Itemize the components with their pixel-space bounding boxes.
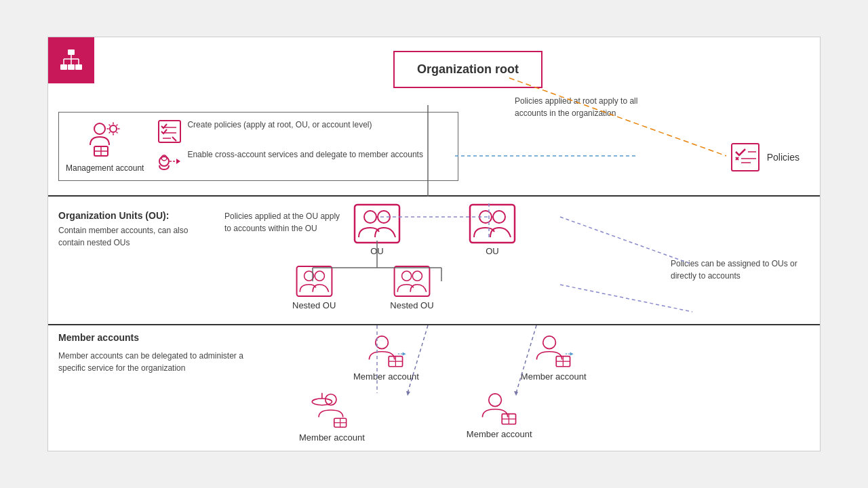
ou-note: Policies applied at the OU apply to acco… (224, 210, 347, 235)
svg-marker-55 (403, 352, 406, 356)
ou-label-block: Organization Units (OU): Contain member … (58, 210, 214, 249)
svg-point-56 (543, 336, 556, 349)
ou-item-1: OU (353, 203, 401, 256)
action-text-2: Enable cross-account services and delega… (187, 149, 423, 161)
svg-point-19 (159, 157, 169, 166)
ou-label-2: OU (486, 246, 499, 256)
svg-marker-60 (570, 352, 574, 356)
member-accounts-row-1: Member account Member account (353, 332, 587, 382)
nested-ou-label-1: Nested OU (292, 300, 336, 310)
member-label-2: Member account (521, 371, 587, 382)
section-root: Organization root Management acc (48, 37, 820, 197)
nested-ou-label-2: Nested OU (390, 300, 433, 310)
org-root-title: Organization root (417, 62, 519, 76)
ou-icon-2 (469, 203, 516, 244)
svg-point-32 (364, 211, 376, 223)
svg-point-41 (402, 271, 412, 281)
member-item-1: Member account (353, 332, 419, 382)
policies-label: Policies (767, 152, 800, 163)
policies-note-ou: Policies can be assigned to OUs or direc… (671, 258, 806, 282)
app-icon-box (48, 37, 94, 83)
svg-line-18 (172, 137, 176, 141)
nested-ou-icon-2 (393, 264, 431, 298)
management-label: Management account (66, 163, 144, 173)
svg-point-61 (312, 399, 332, 405)
svg-point-10 (110, 125, 117, 132)
svg-rect-1 (60, 64, 67, 70)
user-gear-icon (85, 119, 125, 157)
member-accounts-row-2: Member account Member account (299, 390, 532, 443)
member-item-3: Member account (299, 390, 365, 443)
svg-line-50 (560, 285, 692, 312)
ou-icon-1 (353, 203, 401, 244)
nested-ou-icon-1 (296, 264, 333, 298)
svg-rect-2 (68, 64, 75, 70)
member-icon-1 (366, 332, 406, 369)
member-icon-4 (479, 390, 519, 427)
svg-point-9 (94, 123, 105, 134)
ou-item-2: OU (469, 203, 516, 256)
ou-label-1: OU (370, 246, 384, 256)
member-section-desc: Member accounts can be delegated to admi… (58, 350, 248, 374)
ou-icons-row: OU OU (353, 203, 516, 256)
svg-point-42 (412, 271, 422, 281)
ou-section-title: Organization Units (OU): (58, 210, 214, 221)
svg-point-38 (304, 271, 313, 281)
root-note: Policies applied at root apply to all ac… (515, 95, 650, 119)
svg-rect-0 (68, 49, 75, 55)
nested-ou-row: Nested OU Nested OU (292, 264, 434, 310)
nested-ou-item-2: Nested OU (390, 264, 433, 310)
svg-point-35 (479, 211, 492, 223)
member-label-1: Member account (353, 371, 419, 382)
member-label-4: Member account (467, 429, 532, 439)
policies-box-root: Policies (730, 142, 800, 172)
org-root-box: Organization root (393, 51, 542, 88)
action-row-1: Create policies (apply at root, OU, or a… (157, 119, 423, 144)
management-account-box: Management account Create policies (appl… (58, 112, 458, 181)
svg-point-33 (378, 211, 390, 223)
mgmt-icons: Management account (66, 119, 144, 173)
checklist-icon-1 (157, 119, 182, 144)
action-text-1: Create policies (apply at root, OU, or a… (187, 119, 372, 131)
section-members: Member accounts Member accounts can be d… (48, 325, 820, 451)
svg-point-36 (493, 211, 505, 223)
member-icon-2 (533, 332, 574, 369)
member-item-2: Member account (521, 332, 587, 382)
svg-rect-31 (355, 205, 399, 243)
svg-marker-21 (176, 159, 180, 164)
section-ou: Organization Units (OU): Contain member … (48, 197, 820, 325)
main-container: Organization root Management acc (47, 37, 821, 451)
member-label-3: Member account (299, 432, 365, 443)
nested-ou-item-1: Nested OU (292, 264, 336, 310)
svg-rect-3 (75, 64, 82, 70)
svg-rect-34 (470, 205, 515, 243)
svg-point-39 (315, 271, 324, 281)
ou-section-desc: Contain member accounts, can also contai… (58, 224, 214, 249)
svg-point-51 (376, 336, 389, 349)
cross-account-icon (157, 149, 182, 174)
svg-rect-40 (395, 266, 430, 296)
mgmt-actions: Create policies (apply at root, OU, or a… (157, 119, 423, 174)
svg-point-66 (489, 394, 502, 407)
policies-checklist-icon (730, 142, 760, 172)
member-item-4: Member account (467, 390, 532, 443)
svg-rect-37 (296, 266, 332, 296)
action-row-2: Enable cross-account services and delega… (157, 149, 423, 174)
member-icon-3-delegated (310, 390, 354, 430)
